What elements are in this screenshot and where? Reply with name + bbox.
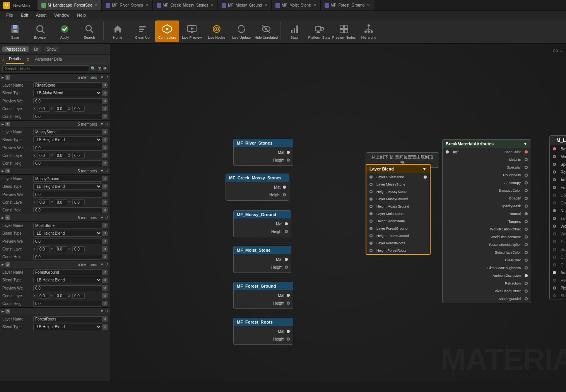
menu-edit[interactable]: Edit <box>17 11 32 19</box>
lb-pin-height-forest-roots[interactable]: Height ForestRoots <box>366 247 430 254</box>
preview-weight-input-2[interactable] <box>33 145 102 151</box>
node-layer-blend[interactable]: Layer Blend ▼ Layer RivierStone Layer Mo… <box>366 164 431 255</box>
output-pin-subsurface[interactable]: Subsurface Color <box>550 245 566 253</box>
const-layer-x-1[interactable] <box>38 106 50 112</box>
output-pin-opacity[interactable]: Opacity <box>550 191 566 199</box>
const-height-reset-5[interactable]: ↺ <box>102 301 108 306</box>
tab-close-5[interactable]: ✕ <box>313 3 316 7</box>
vp-tab-lit[interactable]: Lit <box>31 46 41 52</box>
const-layer-reset-5[interactable]: ↺ <box>102 293 108 298</box>
layer-name-input-2[interactable] <box>33 129 102 135</box>
lb-pin-layer-forest-ground[interactable]: Layer ForestGround <box>366 225 430 232</box>
tab-close-1[interactable]: ✕ <box>94 3 97 7</box>
const-layer-z-3[interactable] <box>72 199 85 205</box>
tab-close-4[interactable]: ✕ <box>264 3 267 7</box>
const-layer-y-5[interactable] <box>55 293 67 299</box>
lb-pin-height-mossy-stone[interactable]: Height MossyStone <box>366 188 430 195</box>
blend-type-reset-6[interactable]: ↺ <box>102 324 108 330</box>
panel-tab-details[interactable]: Details <box>6 55 24 64</box>
const-layer-z-5[interactable] <box>72 293 85 299</box>
layer-1-reset[interactable]: ↺ <box>105 75 108 79</box>
platform-stats-button[interactable]: Platform Stats <box>307 20 331 42</box>
output-pin-tess[interactable]: Tessellation Multiplier <box>550 238 566 245</box>
node-mf-forest-roots[interactable]: MF_Forest_Roots Mat Height <box>233 318 293 345</box>
hide-unrelated-button[interactable]: Hide Unrelated <box>254 20 278 42</box>
layer-name-input-1[interactable] <box>33 82 102 88</box>
output-pin-cd0[interactable]: Custom Data 0 <box>550 253 566 261</box>
lb-pin-height-forest-ground[interactable]: Height ForestGround <box>366 232 430 239</box>
break-pin-opacitymask[interactable]: OpacityMask <box>443 202 531 210</box>
menu-asset[interactable]: Asset <box>32 11 51 19</box>
layer-2-reset[interactable]: ↺ <box>105 122 108 126</box>
panel-tab-params[interactable]: Parameter Defa <box>32 55 65 64</box>
break-pin-wd[interactable]: WorldDisplacement <box>443 233 531 241</box>
cleanup-button[interactable]: Clean Up <box>130 20 154 42</box>
blend-type-reset-4[interactable]: ↺ <box>102 231 108 236</box>
blend-type-reset-5[interactable]: ↺ <box>102 278 108 283</box>
preview-weight-input-5[interactable] <box>33 285 102 291</box>
node-mf-river-mat[interactable]: Mat <box>234 148 293 156</box>
search-button[interactable]: Search <box>77 20 101 42</box>
home-button[interactable]: Home <box>106 20 130 42</box>
output-pin-specular[interactable]: Specular <box>550 160 566 168</box>
const-height-reset-1[interactable]: ↺ <box>102 114 108 119</box>
node-mf-moist[interactable]: MF_Moist_Stone Mat Height <box>233 246 291 273</box>
const-layer-z-2[interactable] <box>72 153 85 159</box>
const-height-input-2[interactable] <box>33 160 102 166</box>
node-mf-fr-height[interactable]: Height <box>234 335 293 343</box>
tab-mf-moist[interactable]: MF_Moist_Stone ✕ <box>272 0 321 10</box>
const-height-reset-2[interactable]: ↺ <box>102 160 108 166</box>
const-layer-x-2[interactable] <box>38 153 50 159</box>
layer-name-input-4[interactable] <box>33 223 102 228</box>
break-pin-clearcoat[interactable]: ClearCoat <box>443 256 531 264</box>
layer-1-header[interactable]: ▶ 1 5 members ▼ ↺ <box>0 73 110 81</box>
layer-name-input-3[interactable] <box>33 176 102 182</box>
break-pin-roughness[interactable]: Roughness <box>443 171 531 179</box>
tab-close-2[interactable]: ✕ <box>145 3 149 7</box>
blend-type-reset-1[interactable]: ↺ <box>102 90 108 96</box>
canvas-area[interactable]: MATERIA Zo... <box>110 44 566 381</box>
output-pin-shading[interactable]: Shading Model <box>550 292 566 300</box>
node-mf-creek[interactable]: MF_Creek_Mossy_Stones Mat Height <box>226 174 289 201</box>
const-layer-y-1[interactable] <box>55 106 67 112</box>
break-pin-wpo[interactable]: WorldPositionOffset <box>443 225 531 233</box>
node-mf-river-stones[interactable]: MF_River_Stones Mat Height <box>233 139 293 166</box>
preview-weight-input-3[interactable] <box>33 192 102 198</box>
preview-weight-reset-3[interactable]: ↺ <box>102 192 108 197</box>
lb-pin-layer-moist[interactable]: Layer MoistStone <box>366 210 430 217</box>
node-mf-fg-height[interactable]: Height <box>234 299 293 307</box>
layer-name-reset-5[interactable]: ↺ <box>102 269 108 275</box>
preview-weight-reset-5[interactable]: ↺ <box>102 285 108 291</box>
tab-mf-mossy[interactable]: MF_Mossy_Ground ✕ <box>218 0 272 10</box>
const-layer-y-2[interactable] <box>55 153 67 159</box>
break-pin-pdo[interactable]: PixelDepthOffset <box>443 287 531 295</box>
layer-name-input-5[interactable] <box>33 269 102 275</box>
const-layer-reset-2[interactable]: ↺ <box>102 153 108 158</box>
const-layer-x-3[interactable] <box>38 199 50 205</box>
hierarchy-button[interactable]: Hierarchy <box>357 20 381 42</box>
break-pin-shading[interactable]: ShadingModel <box>443 295 531 303</box>
output-pin-opacitymask[interactable]: Opacity Mask <box>550 199 566 207</box>
layer-name-input-6[interactable] <box>33 316 102 322</box>
break-pin-subsurface[interactable]: SubsurfaceColor <box>443 249 531 256</box>
node-mf-fr-mat[interactable]: Mat <box>234 327 293 335</box>
live-nodes-button[interactable]: Live Nodes <box>205 20 229 42</box>
lb-pin-layer-mossy[interactable]: Layer MossyStone <box>366 181 430 188</box>
break-pin-refraction[interactable]: Refraction <box>443 280 531 287</box>
break-pin-clearcoatr[interactable]: ClearCoatRoughness <box>443 264 531 272</box>
layer-6-header[interactable]: ▶ 6 ▼ ↺ <box>0 307 110 315</box>
output-pin-wpo[interactable]: World Position Offset <box>550 222 566 230</box>
break-pin-ao[interactable]: AmbientOcclusion <box>443 272 531 280</box>
tab-m-landscape[interactable]: M_Landscape_ForestStre ✕ <box>38 0 102 10</box>
node-mf-moist-height[interactable]: Height <box>234 263 291 271</box>
lb-pin-height-moist[interactable]: Height MoistStone <box>366 217 430 225</box>
live-update-button[interactable]: Live Update <box>229 20 253 42</box>
output-pin-refraction[interactable]: Refraction <box>550 276 566 284</box>
break-pin-normal[interactable]: Normal <box>443 210 531 218</box>
blend-type-select-5[interactable]: LB Height Blend LB Alpha Blend <box>33 277 102 283</box>
node-mf-creek-height[interactable]: Height <box>226 191 289 199</box>
menu-window[interactable]: Window <box>50 11 73 19</box>
const-height-reset-4[interactable]: ↺ <box>102 254 108 259</box>
break-pin-attr[interactable]: Attr BaseColor <box>443 148 531 156</box>
output-pin-normal[interactable]: Normal <box>550 207 566 215</box>
